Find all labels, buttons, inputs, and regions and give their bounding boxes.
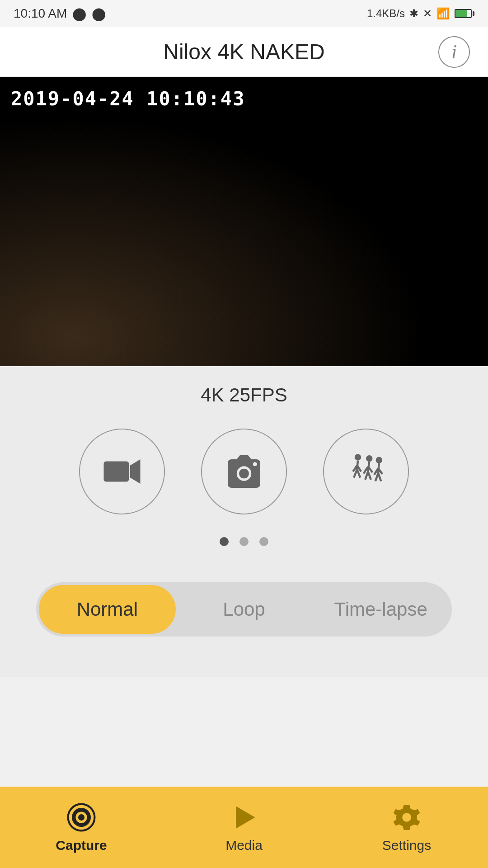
capture-label: Capture <box>56 838 107 853</box>
normal-mode-button[interactable]: Normal <box>39 585 176 634</box>
tab-settings[interactable]: Settings <box>325 802 488 853</box>
camera-preview: 2019-04-24 10:10:43 <box>0 77 488 366</box>
status-icon-1: ⬤ <box>72 6 86 21</box>
burst-icon <box>346 451 386 492</box>
media-icon <box>228 802 260 833</box>
status-time: 10:10 AM <box>14 6 67 21</box>
app-title: Nilox 4K NAKED <box>163 39 324 64</box>
status-icon-2: ⬤ <box>92 6 106 21</box>
settings-label: Settings <box>382 838 431 853</box>
svg-rect-0 <box>104 462 129 482</box>
status-right: 1.4KB/s ✱ ✕ 📶 <box>367 7 474 20</box>
app-header: Nilox 4K NAKED i <box>0 27 488 77</box>
photo-mode-button[interactable] <box>201 429 287 514</box>
svg-point-3 <box>239 469 249 479</box>
svg-point-5 <box>355 454 361 460</box>
svg-point-26 <box>78 814 84 821</box>
network-speed: 1.4KB/s <box>367 7 405 20</box>
mode-icons-row <box>79 429 409 514</box>
info-icon: i <box>451 40 457 63</box>
dot-2 <box>239 537 249 546</box>
camera-timestamp: 2019-04-24 10:10:43 <box>11 88 245 110</box>
recording-mode-selector: Normal Loop Time-lapse <box>36 582 452 637</box>
svg-line-22 <box>378 473 381 481</box>
x-icon: ✕ <box>423 7 432 20</box>
battery-indicator <box>455 9 474 18</box>
video-camera-icon <box>102 451 142 492</box>
status-left: 10:10 AM ⬤ ⬤ <box>14 6 106 21</box>
controls-area: 4K 25FPS <box>0 366 488 677</box>
resolution-label: 4K 25FPS <box>201 384 287 406</box>
svg-marker-1 <box>130 459 141 484</box>
burst-mode-button[interactable] <box>323 429 409 514</box>
pagination-dots <box>220 537 268 546</box>
svg-point-17 <box>376 457 382 463</box>
timelapse-mode-button[interactable]: Time-lapse <box>312 585 449 634</box>
media-label: Media <box>225 838 263 853</box>
camera-icon <box>224 451 264 492</box>
svg-point-4 <box>253 462 257 466</box>
dot-1 <box>220 537 229 546</box>
info-button[interactable]: i <box>438 36 470 68</box>
tab-media[interactable]: Media <box>163 802 325 853</box>
dot-3 <box>259 537 268 546</box>
bluetooth-icon: ✱ <box>409 7 418 20</box>
status-bar: 10:10 AM ⬤ ⬤ 1.4KB/s ✱ ✕ 📶 <box>0 0 488 27</box>
video-mode-button[interactable] <box>79 429 165 514</box>
loop-mode-button[interactable]: Loop <box>176 585 313 634</box>
capture-icon <box>66 802 97 833</box>
settings-icon <box>391 802 422 833</box>
wifi-icon: 📶 <box>436 7 450 20</box>
svg-line-16 <box>368 472 371 480</box>
svg-marker-27 <box>236 807 255 829</box>
tab-capture[interactable]: Capture <box>0 802 163 853</box>
svg-point-11 <box>366 455 372 462</box>
tab-bar: Capture Media Settings <box>0 787 488 868</box>
